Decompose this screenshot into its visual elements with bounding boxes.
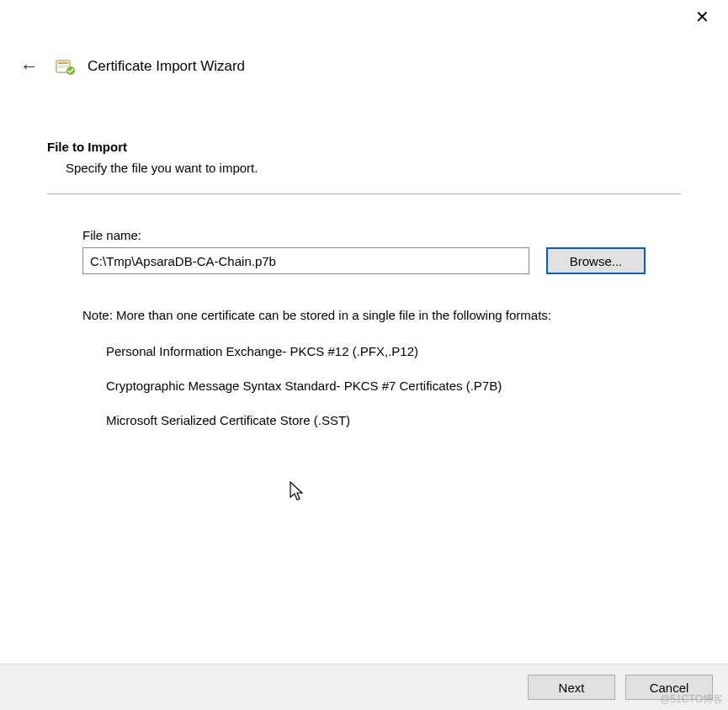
divider bbox=[47, 193, 681, 194]
note-item: Microsoft Serialized Certificate Store (… bbox=[106, 413, 646, 427]
note-item: Personal Information Exchange- PKCS #12 … bbox=[106, 344, 646, 358]
note-intro: Note: More than one certificate can be s… bbox=[82, 306, 646, 324]
wizard-header: ← Certificate Import Wizard bbox=[0, 40, 728, 81]
certificate-wizard-icon bbox=[54, 56, 76, 77]
file-name-label: File name: bbox=[82, 228, 646, 242]
dialog-footer: Next Cancel bbox=[0, 664, 728, 710]
back-arrow-icon[interactable]: ← bbox=[17, 52, 42, 81]
svg-rect-2 bbox=[58, 66, 68, 66]
cancel-button[interactable]: Cancel bbox=[625, 675, 713, 700]
next-button[interactable]: Next bbox=[528, 675, 615, 700]
mouse-cursor-icon bbox=[290, 481, 306, 506]
svg-rect-1 bbox=[58, 62, 68, 64]
browse-button[interactable]: Browse... bbox=[546, 247, 646, 274]
close-icon[interactable]: ✕ bbox=[688, 7, 716, 27]
file-name-input[interactable] bbox=[82, 247, 529, 274]
section-description: Specify the file you want to import. bbox=[66, 161, 681, 175]
section-title: File to Import bbox=[47, 140, 681, 154]
note-item: Cryptographic Message Syntax Standard- P… bbox=[106, 379, 646, 393]
wizard-title: Certificate Import Wizard bbox=[88, 58, 245, 75]
svg-rect-3 bbox=[58, 67, 65, 68]
